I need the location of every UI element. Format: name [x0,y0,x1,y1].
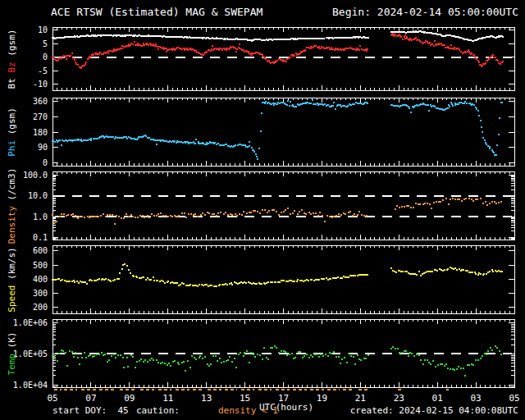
speed-data-point [296,281,298,282]
density-data-point [116,215,117,217]
temp-data-point [452,368,454,370]
bt-bz-data-point [224,48,226,50]
density-data-point [223,213,225,215]
density-data-point [264,209,266,211]
density-data-point [208,212,210,214]
phi-data-point [329,106,331,107]
temp-data-point [167,364,168,366]
phi-data-point [428,110,430,112]
density-data-point [227,214,229,216]
temp-data-point [397,348,399,349]
bt-bz-data-point [220,48,221,49]
bt-bz-data-point [124,46,126,48]
bt-bz-data-point [406,36,408,38]
bt-bz-data-point [302,38,304,39]
speed-data-point [94,280,95,281]
phi-data-point [496,144,498,146]
temp-data-point [108,359,110,361]
temp-data-point [482,355,483,357]
density-data-point [454,199,456,200]
bt-bz-data-point [489,57,491,58]
phi-data-point [450,102,452,103]
speed-data-point [436,270,438,272]
density-data-point [324,221,326,222]
phi-data-point [448,104,450,106]
speed-data-point [263,282,265,284]
bt-bz-data-point [203,54,204,56]
density-data-point [268,210,270,212]
density-data-point [406,205,408,207]
x-tick-label: 05 [47,393,57,404]
bt-bz-data-point [66,55,67,57]
bt-bz-data-point [162,47,164,48]
density-data-point [67,214,69,216]
temp-data-point [199,355,201,357]
density-data-point [98,216,99,217]
speed-data-point [122,264,124,266]
bt-bz-data-point [187,49,189,51]
speed-data-point [322,278,323,280]
temp-data-point [250,352,252,354]
phi-data-point [83,139,84,141]
speed-data-point [308,280,309,281]
phi-data-point [333,102,335,103]
density-data-point [130,214,132,216]
speed-data-point [492,271,494,272]
density-data-point [336,215,337,217]
speed-data-point [451,267,453,269]
bt-bz-data-point [52,56,54,57]
density-data-point [297,213,299,215]
temp-data-point [84,352,85,354]
bt-bz-data-point [74,35,75,37]
bt-bz-data-point [121,48,123,49]
temp-data-point [422,363,424,365]
temp-data-point [318,356,320,358]
phi-data-point [194,143,196,144]
phi-data-point [420,103,422,105]
speed-data-point [53,279,55,281]
density-data-point [246,212,248,214]
temp-data-point [231,361,233,363]
density-data-point [148,217,150,218]
speed-data-point [337,276,339,278]
temp-data-point [101,352,103,354]
bt-bz-data-point [269,62,271,63]
density-data-point [413,207,414,208]
phi-data-point [437,107,439,109]
density-data-point [217,212,219,214]
bt-bz-data-point [155,43,157,45]
density-data-point [213,213,215,215]
bt-bz-data-point [495,57,496,58]
bt-bz-data-point [308,47,309,48]
speed-data-point [418,271,420,272]
speed-data-point [219,284,221,285]
bt-bz-data-point [156,35,158,37]
bt-bz-data-point [367,48,368,50]
density-data-point [285,209,286,211]
phi-data-point [166,140,167,142]
temp-data-point [98,354,100,355]
bt-bz-data-point [432,33,434,34]
bt-bz-data-point [231,47,232,48]
bt-bz-data-point [453,48,454,50]
temp-data-point [94,355,95,357]
phi-data-point [155,139,157,141]
phi-data-point [290,101,291,103]
speed-data-point [164,282,166,284]
bt-bz-data-point [126,45,127,47]
bt-bz-data-point [150,43,152,45]
temp-data-point [409,352,411,354]
speed-data-point [461,269,463,271]
speed-data-point [112,280,114,281]
bt-bz-data-point [429,42,431,43]
bt-bz-data-point [88,57,89,59]
bt-bz-data-point [171,49,173,51]
bt-bz-data-point [500,35,501,37]
bt-bz-data-point [336,48,337,50]
bt-bz-data-point [186,48,188,49]
phi-data-point [310,103,312,104]
temp-data-point [490,347,491,349]
temp-data-point [227,359,229,361]
phi-data-point [441,108,443,110]
bt-bz-data-point [226,49,227,51]
